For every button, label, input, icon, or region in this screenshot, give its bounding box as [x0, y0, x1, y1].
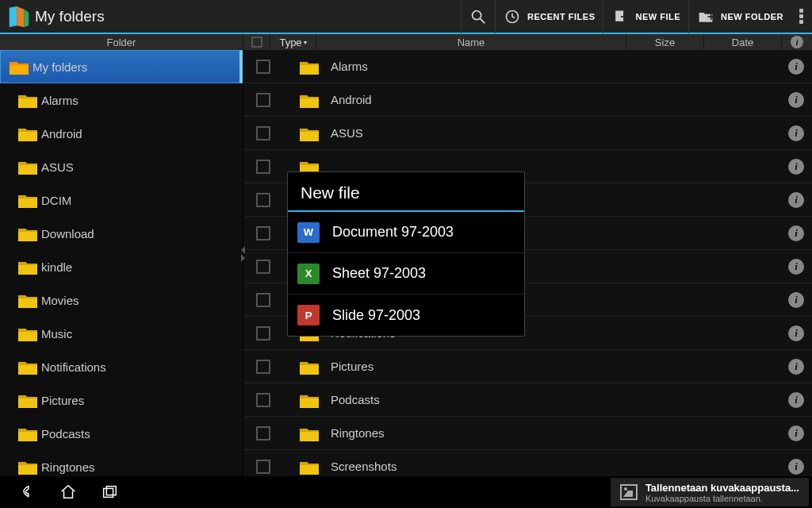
info-button[interactable]: i	[788, 325, 804, 341]
sidebar-item-label: Alarms	[41, 94, 79, 107]
file-row[interactable]: Alarmsi	[243, 50, 812, 83]
sidebar-item[interactable]: Ringtones	[0, 450, 243, 476]
sidebar-item[interactable]: Android	[0, 117, 243, 150]
checkbox[interactable]	[256, 426, 270, 441]
sidebar-item[interactable]: Music	[0, 317, 243, 350]
sheet-icon: X	[297, 264, 320, 284]
folder-icon	[17, 458, 38, 475]
col-folder[interactable]: Folder	[0, 34, 243, 50]
sidebar-item[interactable]: Movies	[0, 283, 243, 317]
file-row[interactable]: ASUSi	[243, 117, 812, 150]
checkbox[interactable]	[256, 60, 270, 74]
sidebar-item[interactable]: Alarms	[0, 83, 243, 117]
sidebar-item[interactable]: ASUS	[0, 150, 243, 183]
clock-icon	[504, 8, 521, 25]
info-button[interactable]: i	[788, 259, 804, 275]
sidebar: My folders AlarmsAndroidASUSDCIMDownload…	[0, 50, 243, 476]
sidebar-item[interactable]: Pictures	[0, 383, 243, 417]
col-name[interactable]: Name	[316, 34, 626, 50]
info-button[interactable]: i	[788, 125, 804, 141]
checkbox[interactable]	[256, 460, 270, 474]
sidebar-item-label: Music	[41, 327, 72, 341]
sidebar-item[interactable]: kindle	[0, 250, 243, 283]
checkbox[interactable]	[256, 93, 270, 107]
col-type[interactable]: Type▾	[270, 34, 316, 50]
checkbox[interactable]	[256, 393, 270, 407]
dialog-option-doc[interactable]: WDocument 97-2003	[288, 212, 524, 253]
info-icon: i	[791, 36, 803, 48]
dialog-option-sheet[interactable]: XSheet 97-2003	[288, 253, 524, 294]
file-name: Podcasts	[331, 393, 788, 406]
screenshot-toast[interactable]: Tallennetaan kuvakaappausta... Kuvakaapp…	[611, 478, 809, 506]
sidebar-item-label: Ringtones	[41, 460, 95, 474]
sidebar-item[interactable]: Notifications	[0, 350, 243, 383]
file-name: ASUS	[331, 126, 788, 140]
checkbox[interactable]	[256, 360, 270, 374]
search-button[interactable]	[461, 0, 495, 33]
folder-icon	[17, 391, 38, 409]
sidebar-item[interactable]: DCIM	[0, 183, 243, 217]
info-button[interactable]: i	[788, 292, 804, 308]
recents-button[interactable]	[89, 476, 130, 508]
checkbox[interactable]	[256, 293, 270, 307]
sidebar-item-label: DCIM	[41, 194, 71, 207]
overflow-menu-button[interactable]	[791, 0, 810, 33]
checkbox[interactable]	[256, 193, 270, 207]
recent-files-label: RECENT FILES	[527, 12, 595, 21]
folder-icon	[17, 225, 38, 242]
checkbox[interactable]	[256, 226, 270, 241]
checkbox[interactable]	[256, 260, 270, 274]
info-button[interactable]: i	[788, 225, 804, 241]
info-button[interactable]: i	[788, 425, 804, 441]
sort-desc-icon: ▾	[304, 39, 307, 46]
sidebar-item[interactable]: Download	[0, 217, 243, 250]
svg-rect-8	[624, 13, 626, 19]
dialog-option-label: Sheet 97-2003	[332, 265, 426, 282]
svg-rect-10	[710, 13, 712, 19]
folder-icon	[299, 125, 320, 142]
col-size[interactable]: Size	[626, 34, 704, 50]
new-file-button[interactable]: NEW FILE	[603, 0, 688, 33]
checkbox[interactable]	[256, 126, 270, 140]
sidebar-item-label: Podcasts	[41, 427, 90, 441]
splitter-handle[interactable]	[241, 246, 245, 262]
file-name: Pictures	[331, 360, 788, 373]
file-row[interactable]: Ringtonesi	[243, 417, 812, 450]
sidebar-item-root[interactable]: My folders	[0, 50, 243, 83]
folder-icon	[299, 91, 320, 109]
info-button[interactable]: i	[788, 459, 804, 475]
back-button[interactable]	[6, 476, 48, 508]
recent-files-button[interactable]: RECENT FILES	[495, 0, 603, 33]
file-row[interactable]: Picturesi	[243, 350, 812, 383]
info-button[interactable]: i	[788, 59, 804, 75]
file-row[interactable]: Podcastsi	[243, 383, 812, 417]
svg-point-3	[473, 10, 481, 19]
doc-icon: W	[297, 222, 320, 243]
new-folder-button[interactable]: NEW FOLDER	[688, 0, 791, 33]
info-button[interactable]: i	[788, 92, 804, 108]
svg-marker-0	[10, 6, 17, 26]
file-row[interactable]: Androidi	[243, 83, 812, 117]
col-select-all[interactable]	[243, 34, 270, 50]
info-button[interactable]: i	[788, 392, 804, 408]
folder-icon	[299, 391, 320, 409]
folder-icon	[9, 58, 29, 75]
checkbox[interactable]	[256, 326, 270, 341]
folder-icon	[17, 191, 38, 209]
column-headers: Folder Type▾ Name Size Date i	[0, 34, 812, 50]
new-folder-label: NEW FOLDER	[721, 12, 783, 21]
svg-rect-12	[106, 487, 116, 495]
dialog-option-slide[interactable]: PSlide 97-2003	[288, 294, 524, 336]
info-button[interactable]: i	[788, 359, 804, 375]
sidebar-item[interactable]: Podcasts	[0, 417, 243, 450]
info-button[interactable]: i	[788, 192, 804, 208]
new-file-dialog: New file WDocument 97-2003XSheet 97-2003…	[287, 171, 525, 337]
folder-icon	[17, 125, 38, 142]
folder-icon	[299, 58, 320, 75]
folder-icon	[17, 91, 38, 109]
home-button[interactable]	[48, 476, 89, 508]
checkbox[interactable]	[256, 160, 270, 174]
info-button[interactable]: i	[788, 159, 804, 175]
folder-icon	[17, 291, 38, 309]
col-date[interactable]: Date	[704, 34, 782, 50]
